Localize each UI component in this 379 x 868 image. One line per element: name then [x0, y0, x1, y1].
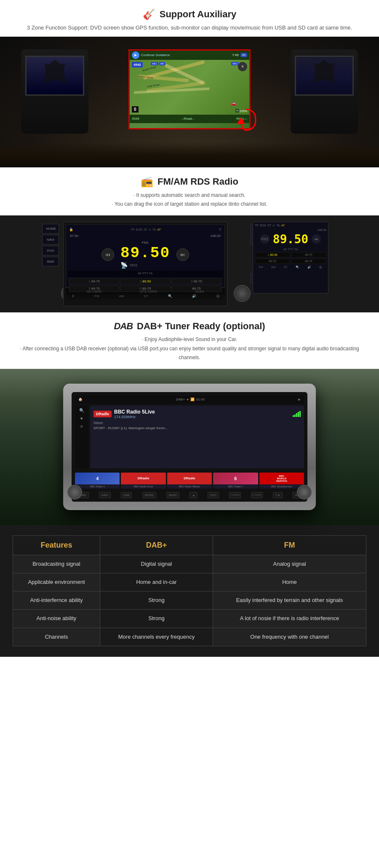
radio-band-label: FM1 — [120, 241, 170, 245]
radio-gps-label: GPS CARD — [139, 290, 157, 293]
radio-pause-btn[interactable]: ⏸ — [71, 294, 75, 298]
dab-ctrl-up[interactable]: ▲ — [190, 492, 198, 498]
radio-main-display: ⏮ FM1 89.50 📡 MHz ⏭ — [68, 239, 223, 271]
radio-header: 📻 FM/AM RDS Radio — [13, 176, 366, 188]
dab-image-container: 🏠 DAB+ ● 📶 01:43 ▶ 🔍 ♥ — [0, 369, 379, 525]
th-features: Features — [13, 535, 100, 555]
th-fm: FM — [213, 535, 366, 555]
support-aux-desc: 3 Zone Function Support: DVD screen show… — [4, 24, 375, 32]
table-row: Broadcasting signalDigital signalAnalog … — [13, 555, 366, 573]
preset-2[interactable]: 2 89.50 — [120, 278, 170, 285]
dab-right-knob[interactable] — [297, 485, 312, 500]
radio-vol-btn[interactable]: 🔊 — [192, 294, 196, 298]
fm-value-cell: Easily interfered by terrain and other s… — [213, 591, 366, 610]
radio-left-nav: HOME NAVI DVD AMS — [42, 224, 59, 306]
radio-freq-display: 89.50 — [120, 245, 170, 262]
dab-ctrl-ta[interactable]: T-A — [273, 492, 283, 498]
radio2-next[interactable]: ⏭ — [312, 234, 321, 244]
dab-ctrl-btns: HOME NAVI DAB MODE BAND ▲ DVD 174/928 17… — [75, 492, 304, 498]
head-unit-frame: 🏠 DAB+ ● 📶 01:43 ▶ 🔍 ♥ — [63, 384, 316, 510]
feature-name-cell: Applicable environment — [13, 573, 100, 591]
dab-left-knob[interactable] — [67, 485, 82, 500]
car-interior: ▶ Continue Guidance 7:49 3D — [0, 37, 379, 167]
dab-ctrl-band[interactable]: BAND — [166, 492, 179, 498]
radio-title: FM/AM RDS Radio — [157, 176, 238, 187]
radio-home-btn[interactable]: HOME — [42, 224, 59, 234]
features-comparison-section: Features DAB+ FM Broadcasting signalDigi… — [0, 525, 379, 657]
dab-channel-bbcworld[interactable]: BBCWORLDSERVICE BBC WorldService — [259, 473, 304, 489]
dab-heart-icon[interactable]: ♥ — [80, 416, 83, 421]
dab-channel-bbc6[interactable]: 6 BBC Radio 7 — [213, 473, 258, 489]
radio-search-btn[interactable]: 🔍 — [168, 294, 172, 298]
dab-now-playing: SPORT - RUGBY [L1]: Warrington winger Ke… — [93, 426, 301, 430]
dab-ctrl-dvd[interactable]: DVD — [208, 492, 219, 498]
radio-prev-btn[interactable]: ⏮ — [101, 248, 114, 261]
radio-next-btn[interactable]: ⏭ — [176, 248, 189, 261]
feature-name-cell: Anti-interfernce ability — [13, 591, 100, 610]
radio-right-dial[interactable] — [234, 285, 251, 302]
feature-name-cell: Anti-noise ability — [13, 610, 100, 628]
dab-value-cell: Digital signal — [100, 555, 213, 573]
preset-3[interactable]: 3 89.75 — [171, 278, 222, 285]
head-unit-container: 🏠 DAB+ ● 📶 01:43 ▶ 🔍 ♥ — [63, 384, 316, 510]
dab-channel-bbc4[interactable]: 4 BBC Radio 4 — [75, 473, 120, 489]
radio-screen: 🔒 TPEONST⊙TAAF ↺ 87.50 108.00 ⏮ — [66, 224, 225, 288]
radio-navi-btn[interactable]: NAVI — [42, 235, 59, 245]
gps-screen: ▶ Continue Guidance 7:49 3D — [128, 49, 251, 129]
dab-status-left: 🏠 — [78, 398, 83, 401]
radio-unit-2: TPEONST⊙TAAF 108.00 FM1 89.50 ⏭ AF PTY T… — [253, 222, 337, 306]
radio-power-btn[interactable]: ⏻ — [216, 294, 219, 298]
dab-ctrl-mode[interactable]: MODE — [142, 492, 156, 498]
dab-value-cell: Strong — [100, 610, 213, 628]
radio-section: 📻 FM/AM RDS Radio · It supports automati… — [0, 167, 379, 215]
dab-value-cell: Strong — [100, 591, 213, 610]
feature-name-cell: Broadcasting signal — [13, 555, 100, 573]
radio-bullets: · It supports automatic search and manua… — [13, 191, 366, 209]
dab-header: DAB DAB+ Tuner Ready (optional) — [13, 321, 366, 332]
dab-channel-5live[interactable]: DRadle BBC Radio 5Live — [121, 473, 165, 489]
dab-search-icon[interactable]: 🔍 — [79, 408, 84, 413]
radio-dvd-btn[interactable]: DVD — [42, 246, 59, 255]
radio-unit: 🔒 TPEONST⊙TAAF ↺ 87.50 108.00 ⏮ — [63, 222, 227, 306]
dab-value-cell: Home and in-car — [100, 573, 213, 591]
radio-ams-btn[interactable]: AMS — [42, 257, 59, 266]
radio-icon: 📻 — [141, 176, 153, 188]
radio2-freq: 89.50 — [273, 232, 308, 246]
dab-ctrl-dab[interactable]: DAB — [121, 492, 132, 498]
dab-channel-4music[interactable]: DRadle BBC Radio 4Music — [167, 473, 212, 489]
headrest-right — [291, 49, 358, 134]
dab-station-info: DRadle BBC Radio 5Live 174.928MHz — [90, 406, 304, 468]
dab-channels-row: 4 BBC Radio 4 DRadle BBC Radio 5Live DRa… — [75, 470, 304, 491]
fm-value-cell: Home — [213, 573, 366, 591]
gps-arrow-icon — [232, 107, 258, 132]
dab-status-right: ▶ — [298, 398, 301, 401]
dab-sidebar-icons: 🔍 ♥ ≡ — [75, 406, 88, 468]
gps-bottom-bar: 4545 --Road-- ROU--- — [130, 115, 249, 123]
feature-name-cell: Channels — [13, 628, 100, 646]
dab-logo-icon: DAB — [114, 321, 133, 332]
radio-freq-row: 87.50 108.00 — [68, 233, 223, 239]
table-row: Anti-noise abilityStrongA lot of nosie i… — [13, 610, 366, 628]
dab-main-row: 🔍 ♥ ≡ DRadle BBC Radio 5Live 174.928MHz — [75, 406, 304, 468]
headrest-left — [21, 49, 88, 134]
radio-top-bar: 🔒 TPEONST⊙TAAF ↺ — [68, 226, 223, 233]
fm-value-cell: One frequency with one channel — [213, 628, 366, 646]
gps-play-icon: ▶ — [132, 51, 139, 59]
dab-value-cell: More channels every frequency — [100, 628, 213, 646]
dab-list-icon[interactable]: ≡ — [80, 424, 83, 429]
table-row: Anti-interfernce abilityStrongEasily int… — [13, 591, 366, 610]
dab-ctrl-freq1: 174/928 — [229, 492, 241, 498]
car-image: ▶ Continue Guidance 7:49 3D — [0, 37, 379, 167]
preset-1[interactable]: 1 89.75 — [69, 278, 119, 285]
dab-status-center: DAB+ ● 📶 01:43 — [176, 398, 205, 401]
radio-sd-label: SD CARD — [86, 290, 101, 293]
radio-indicators: TPEONST⊙TAAF — [131, 228, 161, 231]
radio-image-container: HOME NAVI DVD AMS 🔒 TPEONST⊙TAAF ↺ — [0, 215, 379, 312]
dab-ctrl-navi[interactable]: NAVI — [99, 492, 111, 498]
th-dab: DAB+ — [100, 535, 213, 555]
radio-seek-label: SEEK — [195, 290, 204, 293]
dab-status-bar: 🏠 DAB+ ● 📶 01:43 ▶ — [75, 395, 304, 404]
radio2-band-label: FM1 — [260, 234, 270, 244]
fm-value-cell: A lot of nosie if there is radio interfe… — [213, 610, 366, 628]
gps-map-area: Beach Road Strand Street Long Street 454… — [130, 60, 249, 115]
